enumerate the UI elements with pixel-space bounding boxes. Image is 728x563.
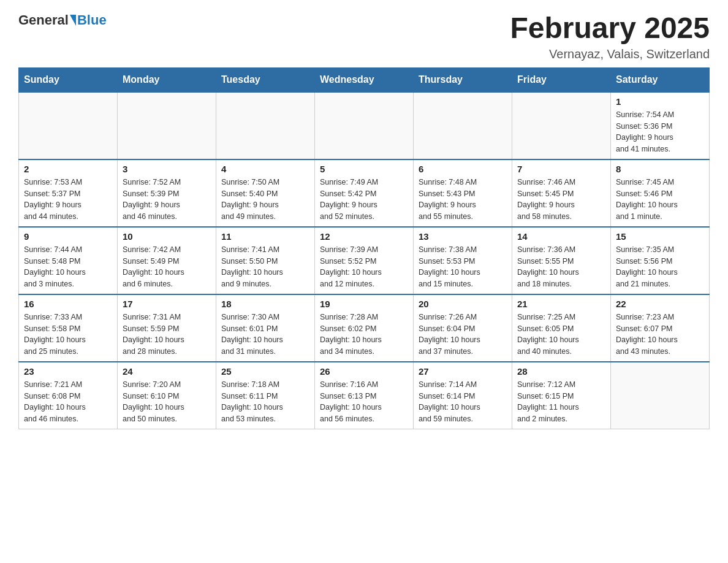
calendar-day-cell: 24Sunrise: 7:20 AMSunset: 6:10 PMDayligh…	[118, 362, 216, 429]
calendar-day-cell	[118, 92, 216, 159]
day-info: Sunrise: 7:53 AMSunset: 5:37 PMDaylight:…	[24, 177, 112, 223]
day-info: Sunrise: 7:39 AMSunset: 5:52 PMDaylight:…	[320, 244, 408, 290]
calendar-week-row: 16Sunrise: 7:33 AMSunset: 5:58 PMDayligh…	[19, 294, 710, 362]
calendar-day-cell: 8Sunrise: 7:45 AMSunset: 5:46 PMDaylight…	[611, 159, 710, 227]
day-number: 1	[616, 96, 704, 107]
calendar-day-cell: 1Sunrise: 7:54 AMSunset: 5:36 PMDaylight…	[611, 92, 710, 159]
col-wednesday: Wednesday	[315, 67, 414, 92]
day-number: 4	[221, 164, 309, 174]
day-number: 26	[320, 366, 408, 377]
calendar-day-cell: 2Sunrise: 7:53 AMSunset: 5:37 PMDaylight…	[19, 159, 118, 227]
calendar-day-cell: 14Sunrise: 7:36 AMSunset: 5:55 PMDayligh…	[512, 227, 611, 294]
calendar-day-cell	[512, 92, 611, 159]
day-number: 28	[517, 366, 605, 377]
day-number: 20	[419, 299, 507, 309]
page-header: General Blue February 2025 Vernayaz, Val…	[18, 12, 710, 61]
day-info: Sunrise: 7:12 AMSunset: 6:15 PMDaylight:…	[517, 379, 605, 425]
day-number: 27	[419, 366, 507, 377]
col-tuesday: Tuesday	[216, 67, 315, 92]
calendar-day-cell: 16Sunrise: 7:33 AMSunset: 5:58 PMDayligh…	[19, 294, 118, 362]
calendar-day-cell: 6Sunrise: 7:48 AMSunset: 5:43 PMDaylight…	[414, 159, 512, 227]
day-info: Sunrise: 7:28 AMSunset: 6:02 PMDaylight:…	[320, 312, 408, 358]
calendar-subtitle: Vernayaz, Valais, Switzerland	[510, 47, 710, 61]
calendar-day-cell: 7Sunrise: 7:46 AMSunset: 5:45 PMDaylight…	[512, 159, 611, 227]
day-info: Sunrise: 7:16 AMSunset: 6:13 PMDaylight:…	[320, 379, 408, 425]
day-info: Sunrise: 7:42 AMSunset: 5:49 PMDaylight:…	[123, 244, 211, 290]
day-info: Sunrise: 7:26 AMSunset: 6:04 PMDaylight:…	[419, 312, 507, 358]
day-info: Sunrise: 7:50 AMSunset: 5:40 PMDaylight:…	[221, 177, 309, 223]
logo-general-text: General	[18, 12, 69, 28]
day-number: 9	[24, 231, 112, 242]
calendar-day-cell: 19Sunrise: 7:28 AMSunset: 6:02 PMDayligh…	[315, 294, 414, 362]
day-number: 11	[221, 231, 309, 242]
day-number: 15	[616, 231, 704, 242]
col-sunday: Sunday	[19, 67, 118, 92]
day-number: 5	[320, 164, 408, 174]
calendar-table: Sunday Monday Tuesday Wednesday Thursday…	[18, 67, 710, 429]
calendar-day-cell: 21Sunrise: 7:25 AMSunset: 6:05 PMDayligh…	[512, 294, 611, 362]
day-number: 21	[517, 299, 605, 309]
calendar-day-cell: 17Sunrise: 7:31 AMSunset: 5:59 PMDayligh…	[118, 294, 216, 362]
calendar-title: February 2025	[510, 12, 710, 45]
day-number: 18	[221, 299, 309, 309]
day-info: Sunrise: 7:52 AMSunset: 5:39 PMDaylight:…	[123, 177, 211, 223]
day-info: Sunrise: 7:49 AMSunset: 5:42 PMDaylight:…	[320, 177, 408, 223]
calendar-week-row: 9Sunrise: 7:44 AMSunset: 5:48 PMDaylight…	[19, 227, 710, 294]
calendar-day-cell: 10Sunrise: 7:42 AMSunset: 5:49 PMDayligh…	[118, 227, 216, 294]
day-info: Sunrise: 7:21 AMSunset: 6:08 PMDaylight:…	[24, 379, 112, 425]
day-info: Sunrise: 7:23 AMSunset: 6:07 PMDaylight:…	[616, 312, 704, 358]
day-info: Sunrise: 7:45 AMSunset: 5:46 PMDaylight:…	[616, 177, 704, 223]
calendar-day-cell: 25Sunrise: 7:18 AMSunset: 6:11 PMDayligh…	[216, 362, 315, 429]
day-info: Sunrise: 7:35 AMSunset: 5:56 PMDaylight:…	[616, 244, 704, 290]
calendar-day-cell	[315, 92, 414, 159]
day-number: 8	[616, 164, 704, 174]
calendar-header-row: Sunday Monday Tuesday Wednesday Thursday…	[19, 67, 710, 92]
day-info: Sunrise: 7:41 AMSunset: 5:50 PMDaylight:…	[221, 244, 309, 290]
calendar-day-cell: 22Sunrise: 7:23 AMSunset: 6:07 PMDayligh…	[611, 294, 710, 362]
calendar-day-cell: 5Sunrise: 7:49 AMSunset: 5:42 PMDaylight…	[315, 159, 414, 227]
day-number: 13	[419, 231, 507, 242]
calendar-day-cell	[611, 362, 710, 429]
calendar-day-cell: 3Sunrise: 7:52 AMSunset: 5:39 PMDaylight…	[118, 159, 216, 227]
day-info: Sunrise: 7:20 AMSunset: 6:10 PMDaylight:…	[123, 379, 211, 425]
day-number: 7	[517, 164, 605, 174]
calendar-day-cell: 27Sunrise: 7:14 AMSunset: 6:14 PMDayligh…	[414, 362, 512, 429]
calendar-week-row: 2Sunrise: 7:53 AMSunset: 5:37 PMDaylight…	[19, 159, 710, 227]
day-number: 14	[517, 231, 605, 242]
calendar-day-cell: 9Sunrise: 7:44 AMSunset: 5:48 PMDaylight…	[19, 227, 118, 294]
day-number: 6	[419, 164, 507, 174]
calendar-day-cell: 20Sunrise: 7:26 AMSunset: 6:04 PMDayligh…	[414, 294, 512, 362]
logo: General Blue	[18, 12, 107, 28]
day-info: Sunrise: 7:30 AMSunset: 6:01 PMDaylight:…	[221, 312, 309, 358]
day-info: Sunrise: 7:33 AMSunset: 5:58 PMDaylight:…	[24, 312, 112, 358]
calendar-day-cell: 4Sunrise: 7:50 AMSunset: 5:40 PMDaylight…	[216, 159, 315, 227]
calendar-day-cell: 18Sunrise: 7:30 AMSunset: 6:01 PMDayligh…	[216, 294, 315, 362]
calendar-day-cell	[216, 92, 315, 159]
calendar-day-cell: 13Sunrise: 7:38 AMSunset: 5:53 PMDayligh…	[414, 227, 512, 294]
calendar-day-cell: 11Sunrise: 7:41 AMSunset: 5:50 PMDayligh…	[216, 227, 315, 294]
day-number: 22	[616, 299, 704, 309]
day-info: Sunrise: 7:54 AMSunset: 5:36 PMDaylight:…	[616, 109, 704, 155]
day-number: 3	[123, 164, 211, 174]
day-info: Sunrise: 7:25 AMSunset: 6:05 PMDaylight:…	[517, 312, 605, 358]
calendar-week-row: 1Sunrise: 7:54 AMSunset: 5:36 PMDaylight…	[19, 92, 710, 159]
day-number: 12	[320, 231, 408, 242]
day-info: Sunrise: 7:31 AMSunset: 5:59 PMDaylight:…	[123, 312, 211, 358]
day-info: Sunrise: 7:46 AMSunset: 5:45 PMDaylight:…	[517, 177, 605, 223]
day-number: 23	[24, 366, 112, 377]
day-info: Sunrise: 7:14 AMSunset: 6:14 PMDaylight:…	[419, 379, 507, 425]
col-thursday: Thursday	[414, 67, 512, 92]
day-info: Sunrise: 7:18 AMSunset: 6:11 PMDaylight:…	[221, 379, 309, 425]
calendar-day-cell	[414, 92, 512, 159]
day-info: Sunrise: 7:36 AMSunset: 5:55 PMDaylight:…	[517, 244, 605, 290]
day-number: 10	[123, 231, 211, 242]
calendar-week-row: 23Sunrise: 7:21 AMSunset: 6:08 PMDayligh…	[19, 362, 710, 429]
day-number: 16	[24, 299, 112, 309]
calendar-day-cell: 23Sunrise: 7:21 AMSunset: 6:08 PMDayligh…	[19, 362, 118, 429]
day-number: 19	[320, 299, 408, 309]
day-info: Sunrise: 7:48 AMSunset: 5:43 PMDaylight:…	[419, 177, 507, 223]
day-info: Sunrise: 7:44 AMSunset: 5:48 PMDaylight:…	[24, 244, 112, 290]
col-monday: Monday	[118, 67, 216, 92]
day-number: 17	[123, 299, 211, 309]
calendar-day-cell: 12Sunrise: 7:39 AMSunset: 5:52 PMDayligh…	[315, 227, 414, 294]
